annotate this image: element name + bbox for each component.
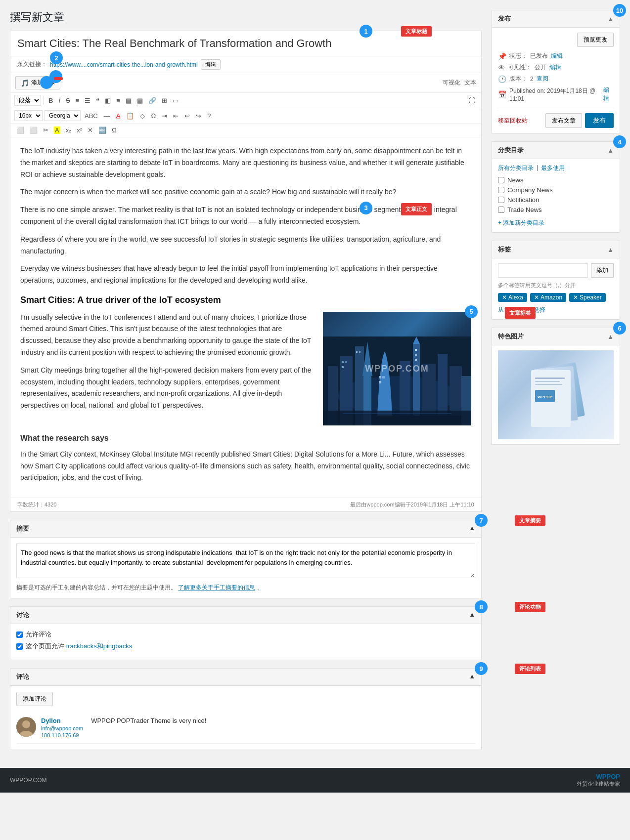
italic-btn[interactable]: I — [56, 96, 62, 105]
summary-toggle[interactable]: ▲ — [469, 524, 475, 533]
status-edit-link[interactable]: 编辑 — [551, 52, 563, 60]
align-center-btn[interactable]: ≡ — [114, 96, 122, 105]
publish-btn-row: 预览更改 — [498, 33, 614, 47]
svg-rect-19 — [379, 376, 381, 378]
annotation-badge-10: 10 — [613, 4, 626, 17]
svg-text:WPPOP: WPPOP — [538, 395, 552, 399]
featured-image-title: 特色图片 — [498, 332, 524, 341]
copy-btn[interactable]: ⬜ — [14, 126, 26, 135]
ul-btn[interactable]: ≡ — [74, 96, 82, 105]
featured-image-toggle[interactable]: ▲ — [607, 333, 614, 340]
undo-btn[interactable]: ↩ — [182, 111, 192, 121]
special-btn[interactable]: Ω — [110, 126, 119, 135]
permalink-edit-btn[interactable]: 编辑 — [201, 59, 221, 70]
footer-bar: WPPOP.COM WPPOP 外贸企业建站专家 — [0, 768, 630, 793]
bold-btn[interactable]: B — [46, 96, 55, 105]
cut-btn[interactable]: ✂ — [41, 126, 50, 135]
annotation-label-7: 文章摘要 — [515, 515, 545, 526]
visual-tab[interactable]: 可视化 — [443, 79, 460, 87]
return-link[interactable]: 移至回收站 — [498, 117, 528, 125]
font-size-select[interactable]: 16px — [14, 110, 43, 121]
strikethrough-btn[interactable]: S — [64, 96, 72, 105]
publish-header: 发布 ▲ — [492, 10, 620, 28]
publish-toggle[interactable]: ▲ — [607, 15, 614, 23]
revision-label: 版本： — [509, 75, 527, 83]
tag-input-row: 添加 — [498, 263, 614, 278]
allow-comments-row: 允许评论 — [16, 630, 475, 639]
featured-image-preview[interactable]: WPPOP — [498, 350, 614, 439]
cat-news-cb[interactable] — [498, 177, 504, 183]
indent-btn[interactable]: ⇥ — [160, 111, 169, 121]
comment-item: Dyllon info@wppop.com 180.110.176.69 WPP… — [16, 712, 475, 744]
svg-rect-16 — [342, 366, 344, 368]
visibility-edit-link[interactable]: 编辑 — [549, 63, 561, 72]
add-category-link[interactable]: + 添加新分类目录 — [498, 219, 544, 227]
editor-content[interactable]: 3 文章正文 The IoT industry has taken a very… — [10, 137, 481, 498]
featured-image-box: 6 特色图片 特色图片 ▲ — [492, 328, 620, 445]
clear-btn[interactable]: ✕ — [86, 126, 95, 135]
blockquote-btn[interactable]: ❝ — [94, 96, 101, 105]
update-btn[interactable]: 发布文章 — [545, 113, 582, 128]
sup-btn[interactable]: x² — [75, 126, 84, 135]
tag-input[interactable] — [498, 263, 588, 278]
summary-textarea[interactable]: The good news is that the market shows u… — [16, 544, 475, 578]
paragraph-select[interactable]: 段落 — [14, 95, 41, 106]
paste2-btn[interactable]: ⬜ — [28, 126, 40, 135]
trackbacks-link[interactable]: trackbacks和pingbacks — [66, 642, 133, 650]
comments-header: 评论 ▲ — [10, 669, 481, 686]
help-btn[interactable]: ? — [205, 111, 213, 121]
sub-btn[interactable]: x₂ — [64, 126, 74, 135]
comments-toggle[interactable]: ▲ — [469, 672, 475, 681]
visibility-icon: 👁 — [498, 64, 505, 72]
tags-toggle[interactable]: ▲ — [607, 246, 614, 253]
published-row: 📅 Published on: 2019年1月18日 @ 11:01 编辑 — [498, 86, 614, 103]
align-justify-btn[interactable]: ▤ — [135, 96, 145, 105]
outdent-btn[interactable]: ⇤ — [171, 111, 180, 121]
cat-company-cb[interactable] — [498, 187, 504, 193]
preview-btn[interactable]: 预览更改 — [577, 33, 614, 47]
most-used-link[interactable]: 最多使用 — [541, 164, 565, 172]
symbol-btn[interactable]: 🔤 — [96, 126, 108, 135]
align-left-btn[interactable]: ◧ — [103, 96, 113, 105]
add-comment-btn[interactable]: 添加评论 — [16, 692, 53, 706]
action-row: 移至回收站 发布文章 发布 — [498, 108, 614, 128]
highlight-btn[interactable]: A — [52, 126, 62, 135]
publish-btn[interactable]: 发布 — [585, 113, 614, 128]
abc-btn[interactable]: ABC — [83, 111, 100, 121]
paste-btn[interactable]: 📋 — [124, 111, 136, 121]
redo-btn[interactable]: ↪ — [194, 111, 203, 121]
svg-rect-34 — [535, 381, 560, 382]
font-color-btn[interactable]: A — [114, 111, 123, 121]
spell-btn[interactable]: ◇ — [138, 111, 147, 121]
omega-btn[interactable]: Ω — [149, 111, 158, 121]
cat-notification-cb[interactable] — [498, 197, 504, 203]
published-edit-link[interactable]: 编辑 — [603, 86, 614, 103]
svg-rect-18 — [359, 351, 360, 353]
categories-toggle[interactable]: ▲ — [607, 147, 614, 154]
annotation-badge-9: 9 — [475, 662, 488, 675]
hr-btn[interactable]: — — [102, 111, 112, 121]
more-btn[interactable]: ▭ — [171, 96, 180, 105]
align-right-btn[interactable]: ▤ — [124, 96, 134, 105]
table-btn[interactable]: ⊞ — [160, 96, 169, 105]
svg-rect-15 — [345, 361, 347, 363]
permalink-bar: 2 永久链接： https://www....com/smart-cities-… — [10, 56, 481, 73]
text-tab[interactable]: 文本 — [464, 79, 476, 87]
revision-link[interactable]: 查阅 — [537, 75, 548, 83]
ol-btn[interactable]: ☰ — [83, 96, 92, 105]
image-watermark: WPPOP.COM — [365, 361, 429, 376]
discussion-toggle[interactable]: ▲ — [469, 611, 475, 620]
all-categories-link[interactable]: 所有分类目录 — [498, 164, 534, 172]
font-family-select[interactable]: Georgia — [45, 110, 81, 121]
allow-trackbacks-checkbox[interactable] — [16, 643, 23, 650]
allow-comments-checkbox[interactable] — [16, 631, 23, 638]
fullscreen-btn[interactable]: ⛶ — [467, 96, 477, 105]
add-tag-btn[interactable]: 添加 — [591, 263, 614, 278]
link-btn[interactable]: 🔗 — [146, 96, 158, 105]
cat-trade-cb[interactable] — [498, 207, 504, 213]
revision-value: 2 — [530, 76, 534, 83]
content-p5: Everyday we witness businesses that have… — [20, 263, 471, 287]
word-count: 字数统计：4320 — [17, 501, 56, 508]
permalink-url[interactable]: https://www....com/smart-cities-the...io… — [50, 61, 198, 68]
summary-hint-link[interactable]: 了解更多关于手工摘要的信息 — [178, 584, 255, 591]
